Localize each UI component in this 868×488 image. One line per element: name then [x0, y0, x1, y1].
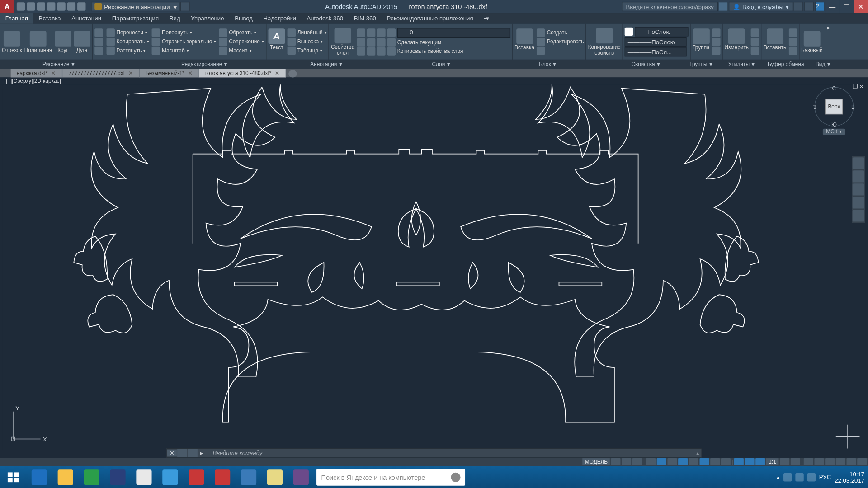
layer-combo[interactable]: 0 [397, 28, 510, 37]
layer-match-icon[interactable] [357, 38, 365, 46]
layer-merge-icon[interactable] [387, 47, 395, 55]
modify-Перенести[interactable]: Перенести▾ [106, 28, 149, 37]
create-block-icon[interactable] [537, 28, 545, 37]
taskbar-app-calc[interactable] [236, 466, 262, 488]
status-plus-icon[interactable] [790, 458, 800, 465]
nav-fullnav-icon[interactable] [853, 157, 864, 169]
text-button[interactable]: AТекст [268, 28, 285, 51]
отрезок-button[interactable]: Отрезок [2, 31, 22, 53]
qat-save-icon[interactable] [37, 2, 45, 10]
panel-name-view[interactable]: Вид▼ [809, 61, 838, 67]
ribbon-tab-8[interactable]: Autodesk 360 [302, 13, 349, 24]
modify-Повернуть[interactable]: Повернуть▾ [152, 28, 217, 37]
полилиния-button[interactable]: Полилиния [24, 31, 52, 53]
tray-network-icon[interactable] [807, 473, 816, 481]
qat-new-icon[interactable] [17, 2, 25, 10]
qat-saveas-icon[interactable] [47, 2, 55, 10]
ribbon-tab-0[interactable]: Главная [0, 13, 33, 24]
viewcube[interactable]: С В З Ю Верх МСК ▾ [813, 87, 855, 141]
close-icon[interactable]: ✕ [128, 70, 133, 76]
nav-showmotion-icon[interactable] [853, 210, 864, 221]
cut-icon[interactable] [788, 28, 797, 37]
modify-Масштаб[interactable]: Масштаб▾ [152, 47, 217, 55]
file-tab[interactable]: 7777777777777777.dxf✕ [62, 69, 140, 77]
status-3dosnap-icon[interactable] [689, 458, 698, 465]
taskbar-app-note[interactable] [262, 466, 288, 488]
modify-Отразить зеркально[interactable]: Отразить зеркально▾ [152, 38, 217, 46]
close-button[interactable]: ✕ [854, 0, 868, 13]
copyclip-icon[interactable] [788, 47, 797, 55]
status-custom-icon[interactable] [857, 458, 867, 465]
group-bb-icon[interactable] [712, 47, 720, 55]
круг-button[interactable]: Круг [55, 31, 71, 53]
qat-print-icon[interactable] [57, 2, 65, 10]
taskbar-app-chrome[interactable] [131, 466, 157, 488]
tray-lang[interactable]: РУС [819, 474, 831, 480]
taskbar-app-explorer[interactable] [52, 466, 79, 488]
signin-button[interactable]: 👤 Вход в службы ▾ [729, 2, 793, 11]
layer-del-icon[interactable] [367, 47, 375, 55]
layer-on-icon[interactable] [377, 38, 385, 46]
status-snap-icon[interactable] [622, 458, 632, 465]
lineweight-combo[interactable]: ————ПоСлою [625, 37, 687, 47]
modify-Массив[interactable]: Массив▾ [219, 47, 264, 55]
modify-Растянуть[interactable]: Растянуть▾ [106, 47, 149, 55]
status-osnap-icon[interactable] [678, 458, 688, 465]
layer-state-icon[interactable] [357, 28, 365, 37]
count-icon[interactable] [751, 47, 759, 55]
layer-unlock-icon[interactable] [377, 47, 385, 55]
hatch-icon[interactable] [94, 47, 103, 55]
status-ws-icon[interactable] [814, 458, 824, 465]
ribbon-tab-5[interactable]: Управление [185, 13, 229, 24]
annot-Таблица[interactable]: Таблица▾ [287, 47, 326, 55]
status-lwt-icon[interactable] [710, 458, 720, 465]
status-transp-icon[interactable] [721, 458, 731, 465]
workspace-combo[interactable]: Рисование и аннотации ▼ [92, 2, 180, 11]
color-swatch-icon[interactable] [625, 28, 633, 36]
status-infer-icon[interactable] [632, 458, 642, 465]
ribbon-tab-2[interactable]: Аннотации [66, 13, 106, 24]
qat-open-icon[interactable] [27, 2, 35, 10]
ribbon-tab-9[interactable]: BIM 360 [349, 13, 382, 24]
modify-Сопряжение[interactable]: Сопряжение▾ [219, 38, 264, 46]
tray-volume-icon[interactable] [795, 473, 803, 481]
color-combo[interactable]: ПоСлою [635, 27, 688, 36]
group-edit-icon[interactable] [712, 38, 720, 46]
wcs-label[interactable]: МСК ▾ [822, 129, 845, 135]
calc-icon[interactable] [751, 28, 759, 37]
rectangle-icon[interactable] [94, 28, 103, 37]
ribbon-tab-1[interactable]: Вставка [33, 13, 66, 24]
status-ortho-icon[interactable] [646, 458, 656, 465]
ellipse-icon[interactable] [94, 38, 103, 46]
status-grid-icon[interactable] [611, 458, 621, 465]
qat-redo-icon[interactable] [77, 2, 85, 10]
close-icon[interactable]: ✕ [188, 70, 193, 76]
stayconnected-icon[interactable] [804, 2, 814, 11]
annot-Выноска[interactable]: Выноска▾ [287, 38, 326, 46]
дуга-button[interactable]: Дуга [74, 31, 90, 53]
layer-properties-button[interactable]: Свойства слоя [331, 28, 354, 56]
panel-name-utils[interactable]: Утилиты▼ [721, 61, 763, 67]
nav-orbit-icon[interactable] [853, 197, 864, 208]
base-view-button[interactable]: Базовый [801, 31, 823, 53]
taskbar-app-ya[interactable] [157, 466, 183, 488]
layer-off-icon[interactable] [357, 47, 365, 55]
panel-name-annot[interactable]: Аннотации▼ [292, 61, 362, 67]
infocenter-search[interactable]: Введите ключевое слово/фразу [622, 2, 718, 11]
cmd-options-icon[interactable] [188, 449, 198, 457]
annot-Линейный[interactable]: Линейный▾ [287, 28, 326, 37]
cmd-expand-icon[interactable]: ▴ [696, 450, 702, 456]
layer-freeze-icon[interactable] [377, 28, 385, 37]
status-clean-icon[interactable] [847, 458, 856, 465]
status-otrack-icon[interactable] [699, 458, 709, 465]
modify-Копировать[interactable]: Копировать▾ [106, 38, 149, 46]
restore-button[interactable]: ❐ [840, 0, 854, 13]
status-monitor-icon[interactable] [825, 458, 835, 465]
select-icon[interactable] [751, 38, 759, 46]
status-annoscale[interactable]: 1:1 [766, 458, 778, 465]
taskbar-app-store[interactable] [79, 466, 105, 488]
command-line[interactable]: ✕ ▸_ Введите команду ▴ [166, 448, 702, 458]
panel-name-block[interactable]: Блок▼ [521, 61, 575, 67]
panel-name-modify[interactable]: Редактирование▼ [118, 61, 292, 67]
status-dynucs-icon[interactable] [745, 458, 755, 465]
